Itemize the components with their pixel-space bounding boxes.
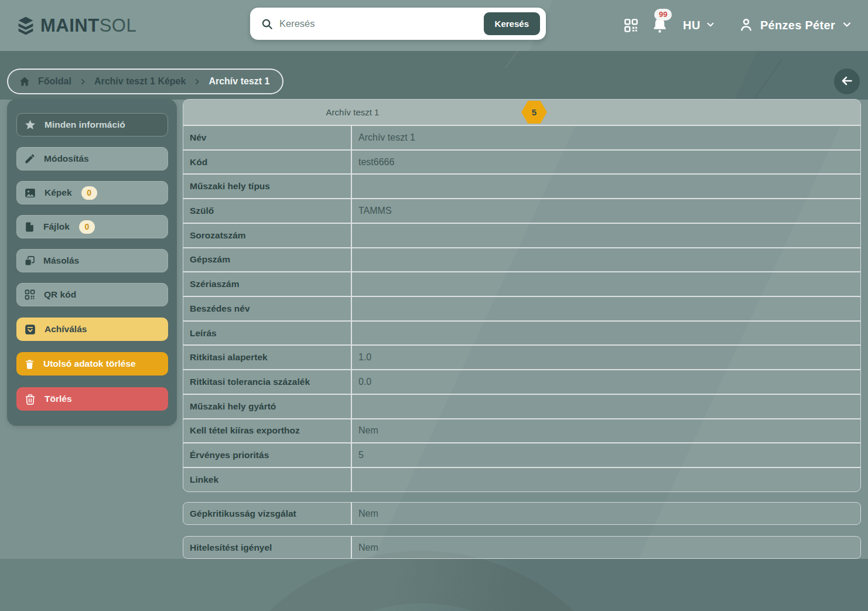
notifications-bell[interactable]: 99	[651, 16, 669, 35]
row-key: Ritkitasi alapertek	[183, 346, 352, 369]
file-icon	[24, 221, 35, 233]
sidebar-item-qr-code[interactable]: QR kód	[16, 283, 168, 306]
verification-required-table: Hitelesítést igényelNem	[183, 536, 861, 559]
sidebar-item-files[interactable]: Fájlok 0	[16, 215, 168, 238]
row-value	[352, 297, 860, 320]
notification-count-badge: 99	[654, 9, 672, 21]
row-value	[352, 224, 860, 247]
table-row: Beszédes név	[183, 296, 860, 320]
app-logo[interactable]: MAINTSOL	[15, 0, 136, 51]
sidebar-item-label: Minden információ	[45, 120, 125, 130]
copy-icon	[24, 255, 35, 267]
sidebar-item-edit[interactable]: Módosítás	[16, 147, 168, 170]
sidebar-item-label: Képek	[45, 187, 72, 198]
chevron-down-icon	[841, 19, 853, 33]
row-key: Műszaki hely gyártó	[183, 395, 352, 418]
header-actions: 99 HU Pénzes Péter	[623, 0, 853, 51]
row-key: Gépkritikusság vizsgálat	[183, 503, 352, 524]
person-icon	[738, 16, 754, 35]
chevron-down-icon	[705, 19, 716, 32]
sidebar-item-label: QR kód	[44, 289, 76, 300]
row-value	[352, 248, 860, 272]
back-button[interactable]	[834, 69, 860, 94]
qr-icon	[24, 289, 36, 301]
logo-text: MAINTSOL	[40, 15, 136, 36]
image-icon	[24, 187, 36, 199]
row-key: Név	[183, 126, 352, 149]
machine-criticality-table: Gépkritikusság vizsgálatNem	[183, 502, 861, 525]
table-row: SzülőTAMMS	[183, 198, 860, 223]
row-value: Archív teszt 1	[352, 126, 860, 149]
row-key: Ritkitasi tolerancia százalék	[183, 370, 352, 394]
row-key: Szülő	[183, 199, 352, 223]
language-selector[interactable]: HU	[683, 19, 716, 32]
row-value: test6666	[352, 151, 860, 174]
row-value: 5	[352, 443, 860, 467]
table-row: Ritkitasi alapertek1.0	[183, 344, 860, 369]
row-value	[352, 468, 860, 491]
breadcrumb: Főoldal Archív teszt 1 Képek Archív tesz…	[7, 69, 283, 94]
sidebar-item-label: Achíválás	[45, 324, 87, 334]
table-row: NévArchív teszt 1	[183, 125, 860, 149]
trash-icon	[24, 359, 35, 370]
sidebar-item-archive[interactable]: Achíválás	[16, 318, 168, 341]
table-row: Érvényes prioritás5	[183, 442, 860, 467]
row-key: Kell tétel kiíras exporthoz	[183, 419, 352, 443]
search-input[interactable]	[279, 18, 484, 29]
row-value: 0.0	[352, 370, 860, 394]
global-search: Keresés	[250, 8, 546, 40]
table-row: Leírás	[183, 320, 860, 345]
detail-table-header: Archív teszt 1 5	[183, 100, 860, 125]
trash-outline-icon	[24, 393, 36, 405]
sidebar-item-label: Utolsó adatok törlése	[43, 359, 136, 369]
row-key: Beszédes név	[183, 297, 352, 320]
images-count-badge: 0	[81, 186, 97, 200]
detail-table: Archív teszt 1 5 NévArchív teszt 1 Kódte…	[183, 99, 861, 492]
sidebar-item-images[interactable]: Képek 0	[16, 181, 168, 204]
row-value: Nem	[352, 419, 860, 443]
table-row: Szériaszám	[183, 271, 860, 296]
row-key: Linkek	[183, 468, 352, 491]
row-key: Szériaszám	[183, 272, 352, 296]
layers-logo-icon	[15, 15, 36, 36]
row-value	[352, 175, 860, 198]
row-key: Kód	[183, 151, 352, 174]
table-row: Sorozatszám	[183, 223, 860, 247]
row-value: Nem	[352, 503, 860, 524]
table-row: Műszaki hely gyártó	[183, 394, 860, 418]
row-key: Leírás	[183, 322, 352, 345]
search-button[interactable]: Keresés	[484, 12, 540, 35]
sidebar-item-delete[interactable]: Törlés	[16, 387, 168, 411]
row-key: Hitelesítést igényel	[183, 537, 352, 558]
row-value: TAMMS	[352, 199, 860, 223]
table-row: Kódtest6666	[183, 149, 860, 174]
logo-text-light: SOL	[100, 15, 137, 36]
row-value	[352, 322, 860, 345]
breadcrumb-item-parent[interactable]: Archív teszt 1 Képek	[94, 76, 186, 87]
row-value: 1.0	[352, 346, 860, 369]
user-name: Pénzes Péter	[760, 19, 835, 32]
files-count-badge: 0	[79, 220, 95, 234]
search-icon	[261, 18, 274, 30]
user-menu[interactable]: Pénzes Péter	[738, 16, 853, 35]
row-key: Műszaki hely típus	[183, 175, 352, 198]
breadcrumb-item-home[interactable]: Főoldal	[38, 76, 71, 87]
chevron-right-icon	[193, 78, 201, 86]
table-row: Gépszám	[183, 247, 860, 272]
row-key: Sorozatszám	[183, 224, 352, 247]
sidebar-item-label: Másolás	[43, 255, 79, 266]
action-sidebar: Minden információ Módosítás Képek 0 Fájl…	[7, 99, 177, 426]
chevron-right-icon	[79, 78, 87, 86]
pencil-icon	[24, 153, 36, 165]
qr-scanner-icon[interactable]	[623, 18, 639, 33]
arrow-left-icon	[840, 74, 854, 90]
star-icon	[24, 119, 36, 131]
row-value	[352, 272, 860, 296]
priority-hexagon-badge: 5	[521, 101, 547, 124]
row-key: Érvényes prioritás	[183, 443, 352, 467]
sidebar-item-delete-last-data[interactable]: Utolsó adatok törlése	[16, 352, 168, 376]
sidebar-item-label: Fájlok	[43, 221, 70, 232]
sidebar-item-all-info[interactable]: Minden információ	[16, 113, 168, 136]
sidebar-item-copy[interactable]: Másolás	[16, 249, 168, 272]
home-icon[interactable]	[19, 76, 30, 87]
